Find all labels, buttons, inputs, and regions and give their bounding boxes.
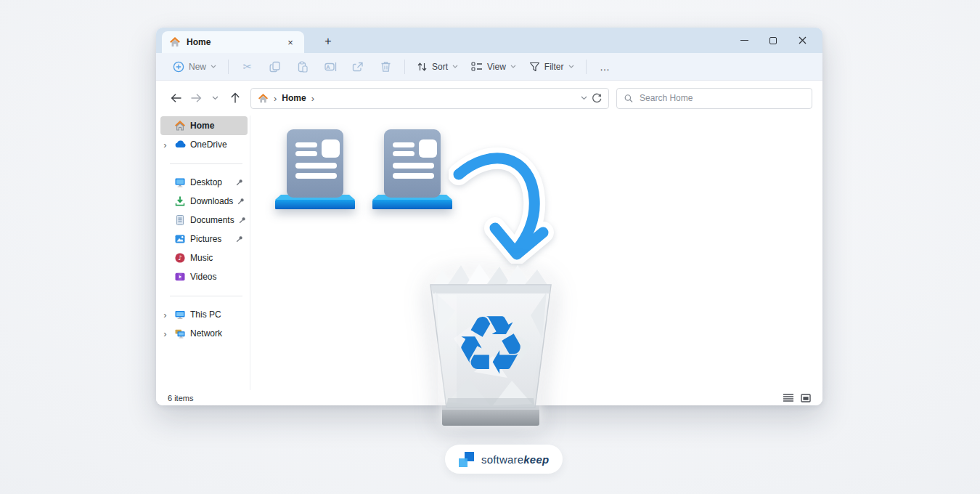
toolbar-divider	[228, 60, 229, 74]
details-view-button[interactable]	[783, 394, 793, 402]
recent-locations-button[interactable]	[205, 89, 225, 108]
address-bar[interactable]: › Home ›	[250, 88, 609, 109]
svg-text:A: A	[326, 64, 330, 70]
breadcrumb-chevron-icon: ›	[273, 94, 277, 103]
sidebar-item-this-pc[interactable]: › This PC	[160, 305, 248, 324]
delete-button[interactable]	[372, 57, 399, 77]
tab-title: Home	[187, 37, 278, 47]
downloads-icon	[174, 195, 186, 207]
more-options-button[interactable]: …	[592, 57, 619, 77]
brand-bold: keep	[523, 453, 549, 466]
document-platform	[275, 200, 355, 209]
toolbar-divider	[586, 60, 587, 74]
ellipsis-icon: …	[600, 61, 611, 73]
forward-button[interactable]	[186, 89, 205, 108]
document-illustration-1	[272, 128, 358, 211]
expand-chevron-icon[interactable]: ›	[160, 310, 170, 320]
sidebar-item-music[interactable]: ♪ Music	[160, 248, 248, 267]
sidebar-item-label: Music	[190, 253, 243, 263]
large-icons-view-button[interactable]	[801, 394, 811, 402]
sidebar-item-videos[interactable]: Videos	[160, 267, 248, 286]
filter-funnel-icon	[529, 62, 540, 72]
sidebar-item-downloads[interactable]: Downloads	[160, 192, 248, 211]
window-controls	[730, 28, 817, 53]
sidebar-item-desktop[interactable]: Desktop	[160, 173, 248, 192]
view-button[interactable]: View	[465, 57, 523, 77]
paste-icon	[297, 61, 309, 73]
navigation-pane: Home › OneDrive	[156, 116, 250, 390]
address-dropdown-icon[interactable]	[581, 96, 587, 100]
sort-button[interactable]: Sort	[410, 57, 465, 77]
pin-icon	[236, 235, 243, 243]
share-button[interactable]	[344, 57, 372, 77]
new-button[interactable]: New	[166, 57, 223, 77]
chevron-down-icon	[510, 65, 516, 68]
pin-icon	[237, 198, 245, 205]
back-button[interactable]	[166, 89, 186, 108]
plus-circle-icon	[173, 61, 184, 73]
arrow-right-icon	[190, 93, 202, 103]
up-button[interactable]	[225, 89, 245, 108]
sidebar-item-pictures[interactable]: Pictures	[160, 230, 248, 248]
maximize-button[interactable]	[759, 28, 788, 53]
copy-button[interactable]	[261, 57, 289, 77]
large-icons-view-icon	[801, 394, 811, 402]
refresh-icon[interactable]	[592, 93, 602, 103]
document-illustration-2	[369, 128, 455, 211]
close-icon	[799, 36, 807, 44]
pin-icon	[236, 179, 243, 186]
arrow-up-icon	[230, 92, 240, 104]
search-input[interactable]	[640, 93, 804, 103]
sidebar-item-network[interactable]: › Network	[160, 324, 248, 343]
softwarekeep-badge: softwarekeep	[445, 445, 563, 474]
home-icon	[174, 120, 186, 131]
tab-close-icon[interactable]: ×	[284, 36, 297, 49]
network-icon	[174, 328, 186, 339]
paste-button[interactable]	[289, 57, 317, 77]
softwarekeep-logo-icon	[459, 452, 474, 467]
chevron-down-icon	[452, 65, 458, 68]
search-icon	[624, 94, 633, 103]
softwarekeep-wordmark: softwarekeep	[481, 453, 549, 466]
document-platform	[372, 200, 452, 209]
navigation-bar: › Home ›	[156, 81, 822, 116]
close-button[interactable]	[788, 28, 817, 53]
cut-button[interactable]: ✂	[234, 57, 261, 77]
tab-home[interactable]: Home ×	[162, 31, 304, 53]
recycle-symbol-icon: ♻	[454, 298, 527, 392]
rename-icon: A	[324, 61, 337, 73]
view-icon	[471, 62, 483, 71]
item-count: 6 items	[168, 394, 193, 402]
home-icon	[169, 36, 181, 48]
sidebar-item-label: This PC	[190, 309, 243, 320]
sidebar-item-documents[interactable]: Documents	[160, 211, 248, 230]
command-bar: New ✂	[156, 53, 822, 81]
maximize-icon	[769, 37, 777, 44]
recycle-bin-illustration: ♻	[423, 263, 558, 429]
sidebar-item-label: Desktop	[190, 177, 232, 187]
rename-button[interactable]: A	[317, 57, 344, 77]
sidebar-item-label: OneDrive	[190, 139, 243, 150]
music-icon: ♪	[174, 252, 186, 264]
search-box[interactable]	[616, 88, 812, 109]
breadcrumb-home[interactable]: Home	[282, 93, 306, 103]
sidebar-item-label: Downloads	[190, 196, 233, 206]
sidebar-item-label: Documents	[190, 215, 234, 225]
expand-chevron-icon[interactable]: ›	[160, 329, 170, 339]
expand-chevron-icon[interactable]: ›	[160, 140, 170, 150]
chevron-down-icon	[568, 65, 574, 68]
sidebar-item-label: Home	[190, 121, 243, 131]
logo-square-light	[459, 458, 467, 467]
sidebar-item-label: Videos	[190, 272, 243, 282]
sidebar-item-home[interactable]: Home	[160, 116, 248, 135]
filter-button[interactable]: Filter	[523, 57, 581, 77]
new-tab-button[interactable]: +	[319, 32, 338, 51]
sidebar-item-onedrive[interactable]: › OneDrive	[160, 135, 248, 154]
minimize-button[interactable]	[730, 28, 759, 53]
cut-icon: ✂	[243, 60, 253, 73]
chevron-down-icon	[211, 65, 216, 68]
page-background: Home × + New	[0, 0, 980, 494]
title-bar[interactable]: Home × +	[156, 28, 822, 53]
this-pc-icon	[174, 309, 186, 320]
documents-icon	[174, 214, 186, 226]
